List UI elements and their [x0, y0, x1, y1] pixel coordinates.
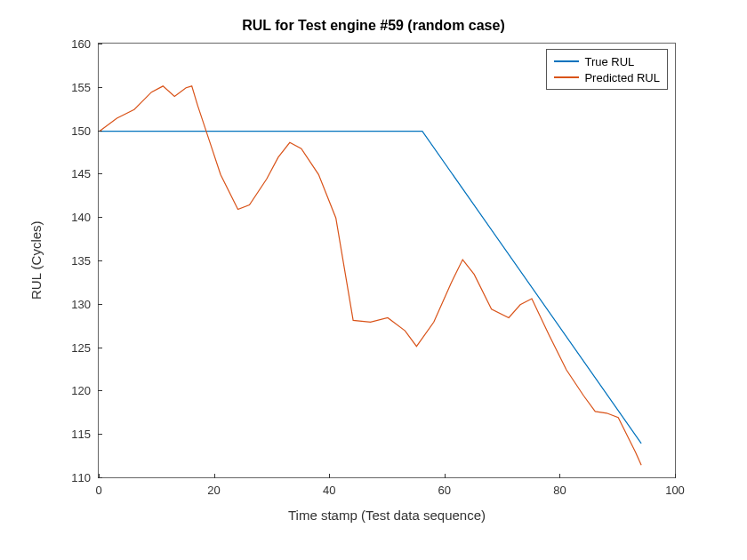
- y-tick-label: 130: [55, 297, 91, 310]
- legend-item-predicted: Predicted RUL: [554, 69, 660, 85]
- legend-label-true: True RUL: [584, 55, 634, 68]
- x-tick-mark: [559, 474, 560, 478]
- y-axis-label: RUL (Cycles): [28, 43, 44, 478]
- chart-lines: [99, 44, 675, 477]
- y-tick-mark: [98, 348, 102, 348]
- plot-area: True RUL Predicted RUL: [98, 43, 676, 478]
- y-tick-mark: [98, 260, 102, 261]
- y-tick-mark: [98, 304, 102, 305]
- x-axis-label: Time stamp (Test data sequence): [98, 508, 676, 523]
- y-tick-mark: [98, 44, 102, 44]
- y-tick-label: 115: [55, 428, 91, 441]
- x-tick-label: 80: [553, 484, 566, 497]
- y-tick-label: 120: [55, 384, 91, 397]
- x-tick-label: 40: [323, 484, 335, 497]
- legend-item-true: True RUL: [554, 53, 660, 69]
- y-tick-mark: [98, 217, 102, 218]
- x-tick-mark: [329, 474, 330, 478]
- series-line-0: [100, 132, 641, 444]
- x-tick-label: 60: [438, 484, 451, 497]
- y-tick-label: 125: [55, 340, 91, 354]
- x-tick-label: 20: [207, 484, 220, 497]
- y-tick-label: 110: [55, 471, 91, 484]
- y-tick-mark: [98, 477, 102, 478]
- y-tick-mark: [98, 173, 102, 174]
- y-tick-label: 145: [55, 167, 91, 180]
- chart-title: RUL for Test engine #59 (random case): [0, 18, 747, 34]
- y-tick-mark: [98, 131, 102, 132]
- x-tick-mark: [445, 474, 446, 478]
- x-tick-mark: [675, 474, 676, 478]
- y-tick-label: 155: [55, 80, 91, 93]
- legend-swatch-true: [554, 60, 579, 62]
- y-tick-label: 150: [55, 124, 91, 137]
- y-tick-label: 160: [55, 37, 91, 51]
- y-tick-label: 140: [55, 211, 91, 224]
- x-tick-mark: [214, 474, 215, 478]
- y-tick-label: 135: [55, 254, 91, 268]
- series-line-1: [100, 86, 641, 466]
- y-tick-mark: [98, 390, 102, 391]
- legend-label-predicted: Predicted RUL: [584, 71, 660, 84]
- y-tick-mark: [98, 434, 102, 435]
- y-tick-mark: [98, 87, 102, 88]
- legend: True RUL Predicted RUL: [546, 49, 668, 90]
- chart-container: RUL for Test engine #59 (random case) RU…: [0, 0, 747, 560]
- legend-swatch-predicted: [554, 76, 579, 78]
- x-tick-label: 100: [665, 484, 685, 497]
- x-tick-label: 0: [95, 484, 101, 497]
